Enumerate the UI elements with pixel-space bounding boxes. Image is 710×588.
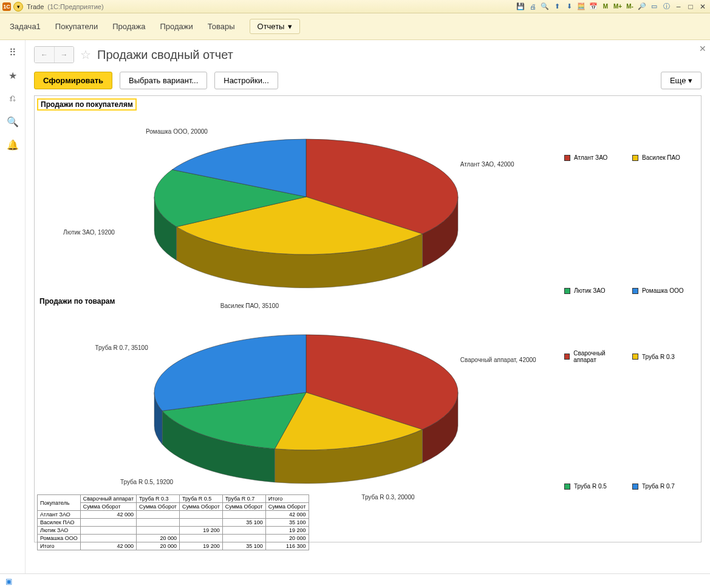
search-icon[interactable]: 🔍 <box>7 115 19 128</box>
menu-customers[interactable]: Покупатели <box>55 22 98 31</box>
preview-icon[interactable]: 🔍 <box>540 2 550 12</box>
legend-label: Лютик ЗАО <box>574 287 605 294</box>
legend-label: Труба R 0.7 <box>642 483 675 490</box>
menu-sale[interactable]: Продажа <box>112 22 145 31</box>
nav-forward-button[interactable]: → <box>54 47 73 63</box>
legend-item: Атлант ЗАО <box>564 154 625 161</box>
legend-label: Труба R 0.3 <box>642 354 675 360</box>
app-subtitle: (1С:Предприятие) <box>47 3 103 10</box>
slice-label: Атлант ЗАО, 42000 <box>460 161 514 168</box>
legend-swatch <box>564 354 570 360</box>
calculator-icon[interactable]: 🧮 <box>576 2 586 12</box>
apps-icon[interactable]: ⠿ <box>7 46 19 58</box>
legend-swatch <box>632 484 638 490</box>
legend-item: Труба R 0.5 <box>564 483 625 490</box>
settings-button[interactable]: Настройки... <box>214 72 278 89</box>
legend-item: Труба R 0.3 <box>632 350 693 363</box>
legend-swatch <box>564 484 570 490</box>
app-icon: 1C <box>2 2 11 11</box>
statusbar: ▣ <box>0 573 710 588</box>
section-customers-title: Продажи по покупателям <box>37 98 137 111</box>
summary-table: ПокупательСварочный аппаратТруба R 0.3Тр… <box>37 494 309 550</box>
page-title: Продажи сводный отчет <box>97 48 233 62</box>
legend-swatch <box>632 288 638 294</box>
legend-item: Василек ПАО <box>632 154 693 161</box>
legend-item: Труба R 0.7 <box>632 483 693 490</box>
menu-reports-button[interactable]: Отчеты ▾ <box>250 19 301 34</box>
legend-label: Сварочный аппарат <box>573 350 625 363</box>
maximize-button[interactable]: □ <box>686 2 695 12</box>
slice-label: Труба R 0.3, 20000 <box>361 494 414 501</box>
nav-back-button[interactable]: ← <box>35 47 54 63</box>
chevron-down-icon: ▾ <box>688 76 692 85</box>
slice-label: Ромашка ООО, 20000 <box>146 128 208 135</box>
slice-label: Лютик ЗАО, 19200 <box>63 229 115 236</box>
form-button[interactable]: Сформировать <box>34 72 112 89</box>
app-dropdown-icon[interactable]: ▾ <box>13 2 23 12</box>
nav-buttons: ← → <box>34 46 74 63</box>
history-icon[interactable]: ⎌ <box>7 92 19 104</box>
page-favorite-icon[interactable]: ☆ <box>80 47 91 62</box>
legend-swatch <box>632 354 638 360</box>
menu-reports-label: Отчеты <box>258 22 285 31</box>
favorite-icon[interactable]: ★ <box>7 69 19 81</box>
export-up-icon[interactable]: ⬆ <box>552 2 562 12</box>
chart-customers: Атлант ЗАО, 42000Василек ПАО, 35100Лютик… <box>36 112 564 294</box>
legend-swatch <box>632 155 638 161</box>
page-close-button[interactable]: ✕ <box>699 44 706 53</box>
calendar-icon[interactable]: 📅 <box>589 2 598 12</box>
close-button[interactable]: ✕ <box>698 2 708 12</box>
slice-label: Сварочный аппарат, 42000 <box>460 357 536 363</box>
chevron-down-icon: ▾ <box>288 22 292 31</box>
main-content: ✕ ← → ☆ Продажи сводный отчет Сформирова… <box>26 40 710 573</box>
legend-swatch <box>564 288 570 294</box>
slice-label: Труба R 0.5, 19200 <box>120 479 173 485</box>
memory-mminus-icon[interactable]: M- <box>625 2 635 12</box>
memory-mplus-icon[interactable]: M+ <box>613 2 623 12</box>
legend-item: Сварочный аппарат <box>564 350 625 363</box>
select-variant-button[interactable]: Выбрать вариант... <box>120 72 207 89</box>
sidebar: ⠿ ★ ⎌ 🔍 🔔 <box>0 40 26 573</box>
menu-task1[interactable]: Задача1 <box>10 22 41 31</box>
import-down-icon[interactable]: ⬇ <box>564 2 574 12</box>
save-icon[interactable]: 💾 <box>516 2 525 12</box>
app-title: Trade <box>27 3 44 10</box>
section-products-title: Продажи по товарам <box>37 296 117 306</box>
menubar: Задача1 Покупатели Продажа Продажи Товар… <box>0 13 710 40</box>
notifications-icon[interactable]: 🔔 <box>7 138 19 151</box>
info-icon[interactable]: ⓘ <box>661 2 671 12</box>
print-icon[interactable]: 🖨 <box>528 2 538 12</box>
menu-goods[interactable]: Товары <box>208 22 235 31</box>
legend-label: Труба R 0.5 <box>574 483 607 490</box>
legend-swatch <box>564 155 570 161</box>
legend-label: Атлант ЗАО <box>574 154 607 161</box>
more-button[interactable]: Еще ▾ <box>661 72 701 89</box>
legend-label: Василек ПАО <box>642 154 680 161</box>
titlebar: 1C ▾ Trade (1С:Предприятие) 💾 🖨 🔍 ⬆ ⬇ 🧮 … <box>0 0 710 13</box>
memory-m-icon[interactable]: M <box>601 2 610 12</box>
more-label: Еще <box>670 76 686 85</box>
status-icon: ▣ <box>4 576 13 586</box>
legend-item: Лютик ЗАО <box>564 287 625 294</box>
menu-sales[interactable]: Продажи <box>160 22 193 31</box>
report-area: Продажи по покупателям Атлант ЗАО, 42000… <box>34 95 701 542</box>
slice-label: Труба R 0.7, 35100 <box>95 344 148 351</box>
chart-products: Сварочный аппарат, 42000Труба R 0.3, 200… <box>36 307 564 490</box>
legend-label: Ромашка ООО <box>642 287 684 294</box>
minimize-button[interactable]: – <box>674 2 683 12</box>
zoom-icon[interactable]: 🔎 <box>637 2 647 12</box>
legend-item: Ромашка ООО <box>632 287 693 294</box>
layout-icon[interactable]: ▭ <box>649 2 659 12</box>
